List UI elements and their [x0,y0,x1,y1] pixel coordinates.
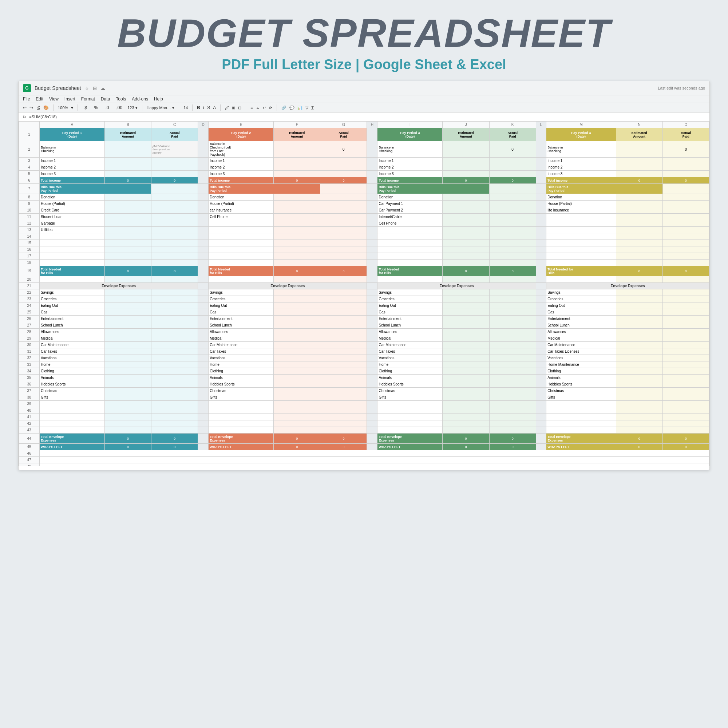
r41-n[interactable] [616,414,662,421]
r38-j[interactable] [443,394,489,401]
r7-k[interactable] [489,184,536,194]
r42-g[interactable] [320,421,367,427]
r41-m[interactable] [546,414,616,421]
r4-k[interactable] [489,164,536,171]
r18-f[interactable] [274,260,320,266]
r15-b[interactable] [104,240,151,246]
menu-help[interactable]: Help [154,96,163,102]
r12-n[interactable] [616,220,662,227]
r39-j[interactable] [443,401,489,407]
r35-e[interactable]: Animals [209,375,274,381]
r11-n[interactable] [616,214,662,220]
r10-a[interactable]: Credit Card [39,207,104,214]
r8-e[interactable]: Donation [209,194,274,200]
r11-c[interactable] [151,214,198,220]
r37-o[interactable] [662,388,709,394]
r23-n[interactable] [616,296,662,303]
r41-f[interactable] [274,414,320,421]
r24-c[interactable] [151,303,198,309]
r24-g[interactable] [320,303,367,309]
r11-e[interactable]: Cell Phone [209,214,274,220]
r3-o[interactable] [662,158,709,164]
r23-b[interactable] [104,296,151,303]
r24-n[interactable] [616,303,662,309]
r41-i[interactable] [378,414,443,421]
r42-c[interactable] [151,421,198,427]
r39-k[interactable] [489,401,536,407]
bold-btn[interactable]: B [197,105,200,110]
r34-i[interactable]: Clothing [378,368,443,375]
r37-c[interactable] [151,388,198,394]
r9-m[interactable]: House (Partial) [546,200,616,207]
r37-n[interactable] [616,388,662,394]
r14-i[interactable] [378,233,443,240]
r33-e[interactable]: Home [209,361,274,368]
r22-g[interactable] [320,289,367,296]
r39-c[interactable] [151,401,198,407]
r30-e[interactable]: Car Maintenance [209,342,274,348]
undo-icon[interactable]: ↩ [23,105,27,110]
r41-b[interactable] [104,414,151,421]
r22-k[interactable] [489,289,536,296]
r16-k[interactable] [489,246,536,253]
r33-b[interactable] [104,361,151,368]
r28-k[interactable] [489,329,536,335]
r18-c[interactable] [151,260,198,266]
r27-b[interactable] [104,322,151,329]
r10-k[interactable] [489,207,536,214]
r32-f[interactable] [274,355,320,361]
r36-f[interactable] [274,381,320,388]
r9-a[interactable]: House (Partial) [39,200,104,207]
r38-e[interactable]: Gifts [209,394,274,401]
r34-e[interactable]: Clothing [209,368,274,375]
r35-i[interactable]: Animals [378,375,443,381]
r15-o[interactable] [662,240,709,246]
r14-a[interactable] [39,233,104,240]
r17-f[interactable] [274,253,320,260]
r37-b[interactable] [104,388,151,394]
r5-e[interactable]: Income 3 [209,171,274,177]
r25-n[interactable] [616,309,662,316]
r16-n[interactable] [616,246,662,253]
r24-o[interactable] [662,303,709,309]
r22-o[interactable] [662,289,709,296]
r26-i[interactable]: Entertainment [378,316,443,322]
r29-g[interactable] [320,335,367,342]
r16-f[interactable] [274,246,320,253]
r5-c[interactable] [151,171,198,177]
r23-a[interactable]: Groceries [39,296,104,303]
r15-g[interactable] [320,240,367,246]
folder-icon[interactable]: ⊟ [93,86,97,91]
r12-j[interactable] [443,220,489,227]
valign-btn[interactable]: ⫨ [256,106,260,110]
r36-m[interactable]: Hobbies Sports [546,381,616,388]
r24-k[interactable] [489,303,536,309]
r31-b[interactable] [104,348,151,355]
r2-a[interactable]: Balance inChecking [39,141,104,158]
r33-n[interactable] [616,361,662,368]
r8-c[interactable] [151,194,198,200]
r34-c[interactable] [151,368,198,375]
r24-f[interactable] [274,303,320,309]
r42-j[interactable] [443,421,489,427]
r35-k[interactable] [489,375,536,381]
r28-c[interactable] [151,329,198,335]
chart-btn[interactable]: 📊 [297,106,303,110]
r36-n[interactable] [616,381,662,388]
strikethrough-btn[interactable]: S [207,105,210,110]
highlight-btn[interactable]: 🖊 [225,106,229,110]
r20-f[interactable] [274,276,320,283]
r3-i[interactable]: Income 1 [378,158,443,164]
r25-m[interactable]: Gas [546,309,616,316]
r11-j[interactable] [443,214,489,220]
paint-icon[interactable]: 🎨 [43,105,49,110]
r35-m[interactable]: Animals [546,375,616,381]
r34-k[interactable] [489,368,536,375]
r2-b[interactable] [104,141,151,158]
r28-o[interactable] [662,329,709,335]
r31-e[interactable]: Car Taxes [209,348,274,355]
r32-e[interactable]: Vacations [209,355,274,361]
r3-b[interactable] [104,158,151,164]
r24-b[interactable] [104,303,151,309]
r25-j[interactable] [443,309,489,316]
